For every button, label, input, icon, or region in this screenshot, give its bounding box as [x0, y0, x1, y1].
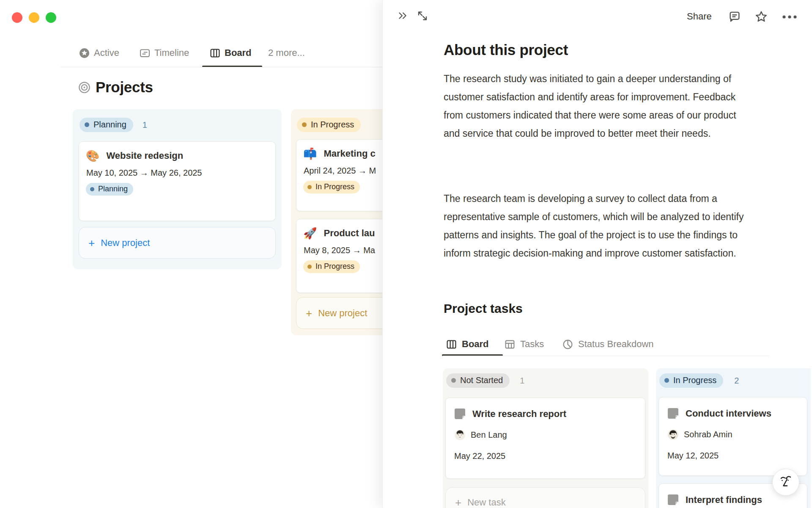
ai-assistant-button[interactable] — [772, 469, 799, 496]
card-title: Marketing c — [324, 148, 375, 159]
tab-label: Status Breakdown — [578, 339, 654, 350]
mailbox-emoji-icon: 📫 — [303, 148, 317, 159]
about-heading: About this project — [444, 41, 568, 58]
share-button[interactable]: Share — [687, 11, 712, 22]
tab-active[interactable]: Active — [79, 47, 119, 58]
status-dot — [664, 378, 669, 383]
minimize-window-button[interactable] — [29, 12, 39, 23]
column-header-pill-not-started[interactable]: Not Started — [446, 373, 510, 388]
column-count: 1 — [143, 120, 147, 130]
timeline-icon — [140, 48, 150, 58]
project-card-website-redesign[interactable]: 🎨 Website redesign May 10, 2025 → May 26… — [79, 141, 276, 221]
projects-view-tabs: Active Timeline Board 2 more... — [0, 46, 382, 69]
page-title-text: Projects — [96, 79, 153, 96]
tasks-heading: Project tasks — [444, 301, 523, 316]
column-header-pill-in-progress[interactable]: In Progress — [659, 373, 723, 388]
note-icon — [454, 408, 466, 420]
tab-timeline[interactable]: Timeline — [140, 47, 189, 58]
close-side-peek-icon[interactable] — [397, 10, 409, 23]
task-card-write-research-report[interactable]: Write research report Ben Lang May 22, 2… — [445, 398, 645, 479]
card-title: Website redesign — [106, 150, 183, 161]
avatar-ben-lang — [455, 430, 465, 440]
task-card-conduct-interviews[interactable]: Conduct interviews Sohrab Amin May 12, 2… — [658, 397, 807, 476]
plus-icon: + — [88, 237, 95, 248]
status-tag-label: In Progress — [315, 182, 354, 191]
column-name: In Progress — [311, 120, 354, 130]
column-count: 2 — [734, 376, 739, 386]
status-dot — [307, 265, 312, 269]
new-project-label: New project — [318, 308, 367, 319]
status-dot — [451, 378, 456, 383]
board-column-planning: Planning 1 🎨 Website redesign May 10, 20… — [73, 109, 282, 269]
tab-label: Tasks — [520, 339, 544, 350]
new-task-button[interactable]: + New task — [445, 487, 645, 508]
tab-label: Active — [94, 47, 119, 58]
column-name: Not Started — [460, 375, 503, 385]
tab-more-views[interactable]: 2 more... — [268, 47, 305, 58]
column-header-pill-planning[interactable]: Planning — [80, 118, 133, 132]
pie-chart-icon — [562, 339, 573, 350]
about-paragraph-2: The research team is developing a survey… — [444, 190, 751, 262]
comments-icon[interactable] — [728, 11, 741, 25]
status-tag-label: Planning — [98, 185, 128, 193]
plus-icon: + — [455, 497, 461, 508]
tab-status-breakdown[interactable]: Status Breakdown — [562, 339, 654, 350]
board-icon — [446, 339, 457, 350]
status-tag: Planning — [86, 183, 133, 196]
tab-tasks-board[interactable]: Board — [446, 339, 489, 350]
tabs-divider — [60, 67, 382, 67]
card-title: Interpret findings — [686, 494, 762, 505]
new-project-button[interactable]: + New project — [79, 227, 276, 259]
more-options-icon[interactable] — [782, 14, 797, 21]
table-icon — [505, 339, 515, 350]
column-name: In Progress — [673, 375, 716, 385]
expand-page-icon[interactable] — [417, 10, 428, 23]
board-icon — [210, 48, 220, 58]
avatar-sohrab-amin — [668, 429, 678, 440]
column-name: Planning — [93, 120, 126, 130]
plus-icon: + — [306, 308, 312, 319]
assignee-name: Sohrab Amin — [684, 430, 732, 439]
tab-label: Timeline — [154, 47, 189, 58]
assignee-name: Ben Lang — [471, 430, 507, 440]
card-date-range: May 10, 2025 → May 26, 2025 — [86, 168, 269, 178]
notion-window: Active Timeline Board 2 more... Projects — [0, 0, 812, 508]
note-icon — [667, 494, 679, 505]
tab-tasks-table[interactable]: Tasks — [505, 339, 544, 350]
page-title: Projects — [78, 79, 153, 96]
card-date: May 22, 2025 — [454, 451, 636, 461]
tabs-divider — [443, 356, 769, 356]
zoom-window-button[interactable] — [46, 12, 56, 23]
tab-board[interactable]: Board — [210, 47, 252, 58]
note-icon — [667, 408, 679, 419]
card-title: Write research report — [472, 409, 566, 420]
new-task-label: New task — [467, 497, 505, 508]
side-peek-panel: Share About this project The research st… — [382, 0, 812, 508]
tab-label: Board — [225, 47, 252, 58]
status-tag: In Progress — [303, 181, 360, 193]
column-header-pill-in-progress[interactable]: In Progress — [297, 118, 361, 132]
status-tag: In Progress — [303, 260, 360, 273]
bullseye-icon — [78, 81, 91, 94]
column-count: 1 — [520, 376, 524, 386]
close-window-button[interactable] — [12, 12, 22, 23]
favorite-star-icon[interactable] — [754, 10, 768, 25]
status-dot — [85, 122, 89, 127]
new-project-label: New project — [101, 237, 150, 248]
rocket-emoji-icon: 🚀 — [303, 228, 317, 239]
tasks-column-not-started: Not Started 1 Write research report — [443, 368, 648, 508]
status-dot — [90, 187, 94, 191]
palette-emoji-icon: 🎨 — [86, 150, 99, 161]
ai-face-icon — [778, 474, 794, 490]
about-paragraph-1: The research study was initiated to gain… — [444, 70, 751, 143]
tab-label: 2 more... — [268, 47, 305, 58]
tab-label: Board — [462, 339, 489, 350]
status-dot — [307, 185, 312, 189]
card-title: Conduct interviews — [686, 408, 771, 419]
star-circle-icon — [79, 48, 90, 58]
status-tag-label: In Progress — [315, 262, 354, 271]
card-title: Product lau — [324, 228, 375, 239]
card-date: May 12, 2025 — [667, 451, 798, 461]
window-controls — [12, 12, 56, 23]
status-dot — [302, 122, 307, 127]
